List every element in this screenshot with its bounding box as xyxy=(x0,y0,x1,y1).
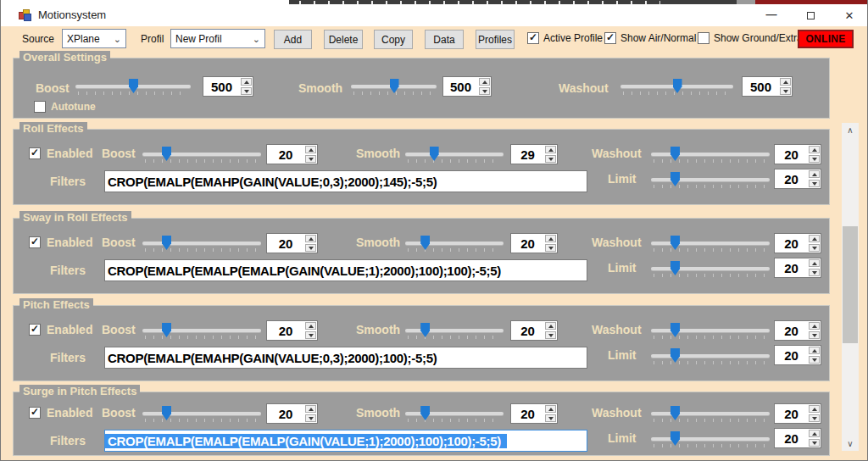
smooth-value[interactable]: 20 xyxy=(511,321,544,340)
checkbox-box[interactable]: ✓ xyxy=(34,101,46,113)
smooth-slider[interactable] xyxy=(351,77,437,97)
spin-up-button[interactable] xyxy=(305,235,316,242)
filters-input[interactable]: CROP(EMALP(EMAHP(GAIN(VALUE;0,3);2000);1… xyxy=(104,170,587,192)
spin-up-button[interactable] xyxy=(780,78,791,86)
washout-slider[interactable] xyxy=(620,77,733,97)
close-button[interactable]: ✕ xyxy=(830,4,868,26)
washout-spinner[interactable]: 20 xyxy=(774,403,821,424)
spin-up-button[interactable] xyxy=(545,322,556,330)
limit-value[interactable]: 20 xyxy=(775,429,808,447)
spin-up-button[interactable] xyxy=(305,146,316,153)
spin-down-button[interactable] xyxy=(809,439,820,447)
washout-slider[interactable] xyxy=(651,234,770,254)
filters-input[interactable]: CROP(EMALP(EMALP(EMALP(GAIN(VALUE;1);200… xyxy=(104,259,587,281)
smooth-slider[interactable] xyxy=(405,404,504,425)
spin-down-button[interactable] xyxy=(545,155,556,163)
spin-up-button[interactable] xyxy=(545,235,556,242)
data-button[interactable]: Data xyxy=(425,30,464,49)
slider-track[interactable] xyxy=(651,153,770,156)
slider-track[interactable] xyxy=(651,354,770,358)
enabled-checkbox[interactable]: ✓ xyxy=(29,236,41,248)
slider-track[interactable] xyxy=(405,242,504,245)
washout-value[interactable]: 20 xyxy=(775,321,808,340)
autotune-checkbox[interactable]: ✓ Autotune xyxy=(34,101,96,113)
active-profile-checkbox[interactable]: ✓ Active Profile xyxy=(527,32,603,44)
profil-select[interactable]: New Profil ⌄ xyxy=(170,29,265,48)
washout-slider[interactable] xyxy=(651,404,770,425)
enabled-checkbox[interactable]: ✓ xyxy=(29,147,41,159)
slider-track[interactable] xyxy=(651,267,770,270)
slider-track[interactable] xyxy=(142,242,261,245)
smooth-slider[interactable] xyxy=(405,321,504,342)
spin-down-button[interactable] xyxy=(479,87,490,95)
limit-spinner[interactable]: 20 xyxy=(774,169,821,189)
copy-button[interactable]: Copy xyxy=(374,30,413,49)
washout-value[interactable]: 20 xyxy=(775,404,808,423)
slider-track[interactable] xyxy=(405,329,504,332)
smooth-value[interactable]: 20 xyxy=(511,404,544,423)
profiles-button[interactable]: Profiles xyxy=(476,30,515,49)
boost-value[interactable]: 20 xyxy=(267,234,304,253)
washout-spinner[interactable]: 20 xyxy=(774,320,821,341)
spin-up-button[interactable] xyxy=(479,78,490,86)
boost-value[interactable]: 20 xyxy=(267,145,304,164)
smooth-slider[interactable] xyxy=(405,234,504,254)
limit-spinner[interactable]: 20 xyxy=(774,258,821,278)
checkbox-box[interactable]: ✓ xyxy=(527,32,539,44)
spin-down-button[interactable] xyxy=(780,87,791,95)
show-ground-extra-checkbox[interactable]: ✓ Show Ground/Extra xyxy=(698,32,803,44)
scroll-up-button[interactable]: ∧ xyxy=(842,123,859,137)
minimize-button[interactable]: — xyxy=(752,4,791,26)
boost-spinner[interactable]: 20 xyxy=(266,144,318,164)
spin-down-button[interactable] xyxy=(305,155,316,163)
spin-down-button[interactable] xyxy=(809,244,820,252)
spin-up-button[interactable] xyxy=(305,322,316,330)
scrollbar-thumb[interactable] xyxy=(843,226,858,343)
spin-up-button[interactable] xyxy=(809,430,820,437)
boost-value[interactable]: 500 xyxy=(203,77,240,96)
spin-down-button[interactable] xyxy=(809,155,820,163)
boost-spinner[interactable]: 500 xyxy=(203,76,253,97)
slider-track[interactable] xyxy=(651,437,770,441)
delete-button[interactable]: Delete xyxy=(324,30,363,49)
limit-slider[interactable] xyxy=(651,259,770,280)
slider-track[interactable] xyxy=(651,242,770,245)
spin-up-button[interactable] xyxy=(809,259,820,267)
spin-up-button[interactable] xyxy=(809,235,820,242)
spin-down-button[interactable] xyxy=(809,356,820,364)
smooth-spinner[interactable]: 20 xyxy=(510,233,558,253)
add-button[interactable]: Add xyxy=(274,30,312,49)
boost-spinner[interactable]: 20 xyxy=(266,320,318,341)
smooth-slider[interactable] xyxy=(405,145,504,165)
scroll-down-button[interactable]: ∨ xyxy=(842,436,859,451)
spin-up-button[interactable] xyxy=(809,322,820,330)
limit-value[interactable]: 20 xyxy=(775,169,808,188)
checkbox-box[interactable]: ✓ xyxy=(698,32,709,44)
washout-spinner[interactable]: 500 xyxy=(742,76,793,97)
slider-track[interactable] xyxy=(142,412,261,415)
smooth-value[interactable]: 29 xyxy=(511,145,544,164)
boost-spinner[interactable]: 20 xyxy=(266,233,318,253)
limit-spinner[interactable]: 20 xyxy=(774,428,821,448)
checkbox-box[interactable]: ✓ xyxy=(604,32,616,44)
smooth-spinner[interactable]: 20 xyxy=(510,403,558,424)
smooth-value[interactable]: 20 xyxy=(511,234,544,253)
slider-track[interactable] xyxy=(142,329,261,332)
boost-slider[interactable] xyxy=(142,234,261,254)
limit-value[interactable]: 20 xyxy=(775,346,808,364)
washout-value[interactable]: 500 xyxy=(743,77,779,96)
spin-down-button[interactable] xyxy=(241,87,252,95)
slider-track[interactable] xyxy=(142,153,261,156)
filters-input[interactable]: CROP(EMALP(EMAHP(GAIN(VALUE;0,3);2000);1… xyxy=(104,347,587,369)
boost-slider[interactable] xyxy=(142,145,261,165)
spin-down-button[interactable] xyxy=(809,180,820,187)
limit-value[interactable]: 20 xyxy=(775,258,808,277)
spin-down-button[interactable] xyxy=(545,244,556,252)
slider-track[interactable] xyxy=(651,412,770,415)
smooth-spinner[interactable]: 500 xyxy=(442,76,492,97)
source-select[interactable]: XPlane ⌄ xyxy=(62,29,126,48)
limit-slider[interactable] xyxy=(651,170,770,191)
slider-track[interactable] xyxy=(405,412,504,415)
show-air-normal-checkbox[interactable]: ✓ Show Air/Normal xyxy=(604,32,696,44)
boost-spinner[interactable]: 20 xyxy=(266,403,318,424)
